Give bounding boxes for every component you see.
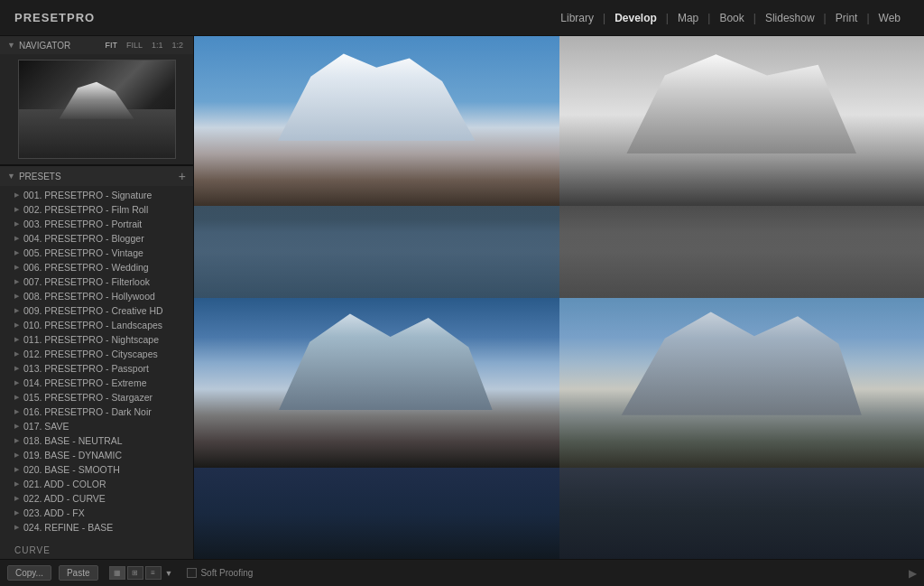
list-item[interactable]: 018. BASE - NEUTRAL: [0, 433, 193, 448]
soft-proofing-label: Soft Proofing: [200, 568, 253, 578]
nav-print[interactable]: Print: [827, 12, 867, 24]
list-item[interactable]: 016. PRESETPRO - Dark Noir: [0, 405, 193, 419]
list-item[interactable]: 007. PRESETPRO - Filterlook: [0, 274, 193, 289]
navigator-header[interactable]: ▼ Navigator FIT FILL 1:1 1:2: [0, 36, 193, 54]
nav-map[interactable]: Map: [669, 12, 707, 24]
list-item[interactable]: 021. ADD - COLOR: [0, 477, 193, 491]
survey-view-icon[interactable]: ≡: [145, 566, 162, 580]
presets-list: 001. PRESETPRO - Signature 002. PRESETPR…: [0, 186, 193, 542]
image-grid: [194, 36, 924, 559]
app-title: PRESETPRO: [14, 11, 95, 24]
presets-header[interactable]: ▼ Presets +: [0, 165, 193, 186]
list-item[interactable]: 020. BASE - SMOOTH: [0, 462, 193, 477]
list-item[interactable]: 010. PRESETPRO - Landscapes: [0, 318, 193, 332]
list-item[interactable]: 017. SAVE: [0, 419, 193, 433]
nav-slideshow[interactable]: Slideshow: [756, 12, 824, 24]
list-item[interactable]: 009. PRESETPRO - Creative HD: [0, 303, 193, 318]
paste-button[interactable]: Paste: [59, 565, 98, 581]
grid-view-icon[interactable]: ▦: [109, 566, 125, 580]
fit-control[interactable]: FIT: [102, 40, 120, 51]
view-dropdown-icon[interactable]: ▼: [165, 569, 173, 578]
list-item[interactable]: 022. ADD - CURVE: [0, 491, 193, 506]
navigator-thumbnail: [18, 60, 176, 159]
navigator-label: Navigator: [19, 41, 70, 51]
top-navigation: PRESETPRO Library | Develop | Map | Book…: [0, 0, 924, 36]
list-item[interactable]: 002. PRESETPRO - Film Roll: [0, 202, 193, 217]
navigator-controls: FIT FILL 1:1 1:2: [102, 40, 186, 51]
presets-chevron-icon: ▼: [7, 172, 15, 181]
list-item[interactable]: 023. ADD - FX: [0, 506, 193, 520]
image-cell-3: [194, 298, 559, 560]
copy-button[interactable]: Copy...: [7, 565, 51, 581]
list-item[interactable]: 008. PRESETPRO - Hollywood: [0, 289, 193, 303]
soft-proofing: Soft Proofing: [187, 568, 253, 578]
nav-links: Library | Develop | Map | Book | Slidesh…: [551, 12, 910, 24]
scroll-right-arrow[interactable]: ▶: [909, 567, 917, 580]
list-item[interactable]: 005. PRESETPRO - Vintage: [0, 246, 193, 260]
list-item[interactable]: 003. PRESETPRO - Portrait: [0, 217, 193, 231]
list-item[interactable]: 013. PRESETPRO - Passport: [0, 361, 193, 376]
list-item[interactable]: 012. PRESETPRO - Cityscapes: [0, 347, 193, 361]
nav-web[interactable]: Web: [870, 12, 910, 24]
list-item[interactable]: 024. REFINE - BASE: [0, 520, 193, 535]
presets-section: ▼ Presets + 001. PRESETPRO - Signature 0…: [0, 165, 193, 559]
image-cell-1: [194, 36, 559, 298]
image-cell-2: [559, 36, 925, 298]
list-item[interactable]: 006. PRESETPRO - Wedding: [0, 260, 193, 274]
list-item[interactable]: 015. PRESETPRO - Stargazer: [0, 390, 193, 405]
soft-proofing-checkbox[interactable]: [187, 568, 197, 578]
1-1-control[interactable]: 1:1: [149, 40, 166, 51]
nav-book[interactable]: Book: [710, 12, 753, 24]
list-item[interactable]: 019. BASE - DYNAMIC: [0, 448, 193, 462]
bottom-bar: Copy... Paste ▦ ⊞ ≡ ▼ Soft Proofing ▶: [0, 559, 924, 586]
presets-label: Presets: [19, 172, 61, 181]
fill-control[interactable]: FILL: [124, 40, 145, 51]
list-item[interactable]: 011. PRESETPRO - Nightscape: [0, 332, 193, 347]
presets-add-button[interactable]: +: [179, 170, 186, 182]
list-item[interactable]: 004. PRESETPRO - Blogger: [0, 231, 193, 246]
curve-label: CURVE: [0, 542, 193, 559]
list-item[interactable]: 001. PRESETPRO - Signature: [0, 188, 193, 202]
view-icons: ▦ ⊞ ≡ ▼: [109, 566, 173, 580]
navigator-section: ▼ Navigator FIT FILL 1:1 1:2: [0, 36, 193, 165]
list-item[interactable]: 014. PRESETPRO - Extreme: [0, 376, 193, 390]
1-2-control[interactable]: 1:2: [169, 40, 186, 51]
navigator-chevron-icon: ▼: [7, 41, 15, 50]
main-layout: ▼ Navigator FIT FILL 1:1 1:2 ▼ Presets: [0, 36, 924, 559]
image-cell-4: [559, 298, 925, 560]
nav-develop[interactable]: Develop: [605, 12, 666, 24]
nav-library[interactable]: Library: [551, 12, 603, 24]
left-panel: ▼ Navigator FIT FILL 1:1 1:2 ▼ Presets: [0, 36, 194, 559]
compare-view-icon[interactable]: ⊞: [127, 566, 143, 580]
thumbnail-image: [19, 60, 175, 158]
